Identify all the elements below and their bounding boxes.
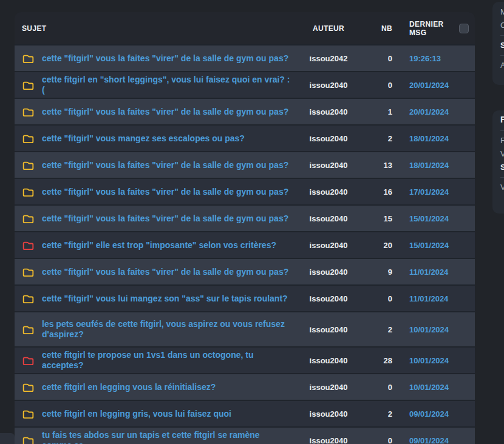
topic-title-link[interactable]: cette fitgirl en "short leggings", vous …	[42, 75, 290, 95]
topic-last-message-link[interactable]: 10/01/2024	[392, 325, 453, 334]
topic-last-message-link[interactable]: 11/01/2024	[392, 267, 453, 277]
sidebar-heading: S	[500, 39, 504, 52]
sidebar-link[interactable]: F	[500, 134, 504, 147]
folder-icon	[22, 160, 35, 170]
topic-reply-count: 0	[362, 383, 392, 392]
topic-author: issou2040	[295, 325, 362, 334]
topic-last-message-link[interactable]: 15/01/2024	[392, 214, 453, 223]
sidebar-link[interactable]: A	[500, 59, 504, 72]
table-row: cette "fitgirl" vous la faites "virer" d…	[15, 204, 475, 231]
table-row: cette "fitgirl" vous la faites "virer" d…	[15, 151, 475, 178]
sidebar-link[interactable]: M	[500, 5, 504, 19]
topic-last-message-link[interactable]: 20/01/2024	[392, 107, 453, 116]
column-header-dernier-msg: DERNIER MSG	[392, 20, 453, 37]
folder-icon	[22, 214, 35, 224]
topic-title-link[interactable]: cette "fitgirl" vous la faites "virer" d…	[42, 53, 288, 64]
sidebar-divider	[500, 130, 504, 131]
topic-title-link[interactable]: cette "fitgirl" vous lui mangez son "ass…	[42, 294, 288, 304]
topic-title-cell: cette "fitgirl" vous la faites "virer" d…	[22, 107, 295, 117]
folder-icon	[22, 133, 35, 144]
topic-title-link[interactable]: cette "fitgirl" vous mangez ses escalope…	[42, 133, 245, 144]
folder-icon	[22, 409, 35, 419]
topic-reply-count: 0	[362, 81, 392, 90]
topic-reply-count: 20	[362, 241, 392, 250]
table-row: cette "fitgirl" elle est trop "imposante…	[15, 231, 475, 258]
topic-reply-count: 28	[362, 356, 392, 365]
folder-icon	[22, 107, 35, 117]
topic-title-cell: cette "fitgirl" vous mangez ses escalope…	[22, 133, 295, 144]
topic-title-link[interactable]: les pets oeufés de cette fitgirl, vous a…	[42, 319, 290, 340]
topic-reply-count: 1	[362, 107, 392, 116]
table-row: cette fitgirl en legging gris, vous lui …	[15, 400, 475, 426]
topic-last-message-link[interactable]: 20/01/2024	[392, 81, 453, 90]
topic-title-link[interactable]: cette fitgirl en legging vous la réiniti…	[42, 382, 216, 392]
sidebar-link[interactable]: V	[500, 147, 504, 161]
topic-title-link[interactable]: tu fais tes abdos sur un tapis et cette …	[42, 430, 290, 444]
table-row: cette "fitgirl" vous mangez ses escalope…	[15, 124, 475, 151]
column-header-auteur: AUTEUR	[295, 24, 362, 33]
sidebar-panel-2: FFVSV	[492, 110, 504, 214]
column-header-sujet: SUJET	[22, 24, 295, 33]
topic-reply-count: 2	[362, 409, 392, 419]
topic-last-message-link[interactable]: 09/01/2024	[392, 409, 453, 419]
topic-list: cette "fitgirl" vous la faites "virer" d…	[15, 44, 475, 444]
topic-last-message-link[interactable]: 11/01/2024	[392, 294, 453, 303]
sidebar-divider	[500, 35, 504, 36]
topic-title-link[interactable]: cette "fitgirl" vous la faites "virer" d…	[42, 160, 288, 170]
topic-title-link[interactable]: cette fitgirl te propose un 1vs1 dans un…	[42, 350, 290, 371]
sidebar-heading: F	[500, 112, 504, 127]
topic-last-message-link[interactable]: 18/01/2024	[392, 161, 453, 170]
topic-reply-count: 16	[362, 187, 392, 197]
folder-icon	[22, 294, 35, 304]
topic-title-link[interactable]: cette "fitgirl" vous la faites "virer" d…	[42, 187, 288, 197]
topic-title-link[interactable]: cette "fitgirl" elle est trop "imposante…	[42, 240, 276, 251]
topic-last-message-link[interactable]: 18/01/2024	[392, 134, 453, 143]
topic-author: issou2040	[295, 161, 362, 170]
topic-author: issou2040	[295, 134, 362, 143]
topic-title-cell: cette "fitgirl" vous la faites "virer" d…	[22, 267, 295, 277]
topic-title-cell: cette fitgirl en "short leggings", vous …	[22, 75, 295, 95]
topic-title-link[interactable]: cette "fitgirl" vous la faites "virer" d…	[42, 267, 288, 277]
topic-title-cell: cette fitgirl te propose un 1vs1 dans un…	[22, 350, 295, 371]
topic-title-link[interactable]: cette "fitgirl" vous la faites "virer" d…	[42, 107, 288, 117]
select-all-checkbox[interactable]	[459, 24, 469, 33]
folder-icon	[22, 187, 35, 197]
topic-title-link[interactable]: cette "fitgirl" vous la faites "virer" d…	[42, 214, 288, 224]
folder-icon	[22, 80, 35, 90]
topic-title-cell: tu fais tes abdos sur un tapis et cette …	[22, 430, 295, 444]
topic-reply-count: 15	[362, 214, 392, 223]
table-row: cette fitgirl en "short leggings", vous …	[15, 71, 475, 98]
topic-title-link[interactable]: cette fitgirl en legging gris, vous lui …	[42, 409, 231, 419]
topic-last-message-link[interactable]: 10/01/2024	[392, 383, 453, 392]
topic-title-cell: cette "fitgirl" vous la faites "virer" d…	[22, 53, 295, 64]
sidebar-link[interactable]: C	[500, 19, 504, 32]
topic-last-message-link[interactable]: 19:26:13	[392, 54, 453, 63]
sidebar-divider	[500, 177, 504, 178]
topic-last-message-link[interactable]: 09/01/2024	[392, 436, 453, 444]
table-row: cette "fitgirl" vous la faites "virer" d…	[15, 178, 475, 204]
topic-reply-count: 0	[362, 294, 392, 303]
table-row: cette "fitgirl" vous la faites "virer" d…	[15, 44, 475, 71]
topic-last-message-link[interactable]: 15/01/2024	[392, 241, 453, 250]
topic-last-message-link[interactable]: 10/01/2024	[392, 356, 453, 365]
topic-title-cell: cette "fitgirl" elle est trop "imposante…	[22, 240, 295, 251]
topic-author: issou2040	[295, 383, 362, 392]
sidebar-panel-1: MCSA	[492, 2, 504, 85]
table-row: cette "fitgirl" vous la faites "virer" d…	[15, 98, 475, 124]
table-row: cette "fitgirl" vous lui mangez son "ass…	[15, 284, 475, 311]
topic-title-cell: cette "fitgirl" vous la faites "virer" d…	[22, 160, 295, 170]
topic-last-message-link[interactable]: 17/01/2024	[392, 187, 453, 197]
folder-icon	[22, 325, 35, 335]
folder-icon	[22, 240, 35, 251]
folder-icon	[22, 355, 35, 366]
sidebar-link[interactable]: V	[500, 181, 504, 194]
topic-title-cell: les pets oeufés de cette fitgirl, vous a…	[22, 319, 295, 340]
topic-title-cell: cette "fitgirl" vous la faites "virer" d…	[22, 214, 295, 224]
topic-title-cell: cette fitgirl en legging vous la réiniti…	[22, 382, 295, 392]
topic-reply-count: 13	[362, 161, 392, 170]
folder-icon	[22, 53, 35, 64]
topic-author: issou2040	[295, 187, 362, 197]
topic-reply-count: 0	[362, 54, 392, 63]
table-header: SUJET AUTEUR NB DERNIER MSG	[15, 12, 475, 44]
topic-author: issou2040	[295, 267, 362, 277]
